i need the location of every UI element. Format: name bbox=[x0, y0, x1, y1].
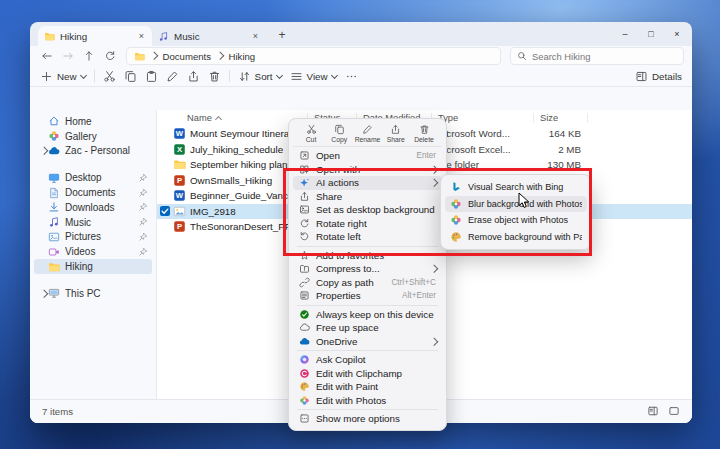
submenu-item-erase-object-with-photos[interactable]: Erase object with Photos bbox=[445, 212, 587, 229]
sidebar-item-label: Pictures bbox=[65, 231, 138, 242]
menu-item-ai-actions[interactable]: AI actions bbox=[293, 176, 442, 190]
view-button[interactable]: View bbox=[290, 70, 337, 83]
column-header-name[interactable]: Name bbox=[185, 110, 221, 126]
sidebar-item-videos[interactable]: Videos bbox=[34, 244, 152, 259]
quick-action-label: Cut bbox=[306, 136, 317, 143]
sidebar-item-this-pc[interactable]: This PC bbox=[34, 286, 152, 301]
column-header-size[interactable]: Size bbox=[538, 110, 558, 126]
breadcrumb-item-hiking[interactable]: Hiking bbox=[229, 51, 256, 62]
menu-item-label: Ask Copilot bbox=[316, 354, 436, 365]
sidebar-item-zac-personal[interactable]: Zac - Personal bbox=[34, 144, 152, 159]
details-label: Details bbox=[652, 71, 682, 82]
menu-item-edit-with-paint[interactable]: Edit with Paint bbox=[293, 380, 442, 394]
up-button[interactable] bbox=[80, 48, 98, 64]
sidebar-item-hiking[interactable]: Hiking bbox=[34, 259, 152, 274]
menu-item-share[interactable]: Share bbox=[293, 190, 442, 204]
chevron-right-icon[interactable] bbox=[40, 147, 48, 155]
sidebar-item-home[interactable]: Home bbox=[34, 114, 152, 129]
search-input[interactable]: Search Hiking bbox=[510, 47, 684, 65]
menu-item-onedrive[interactable]: OneDrive bbox=[293, 335, 442, 349]
quick-cut-button[interactable]: Cut bbox=[298, 124, 324, 143]
menu-item-free-up-space[interactable]: Free up space bbox=[293, 321, 442, 335]
videos-icon bbox=[48, 246, 60, 258]
view-toggle-details-button[interactable] bbox=[647, 405, 659, 419]
tab-music[interactable]: Music× bbox=[152, 26, 266, 46]
sidebar-item-gallery[interactable]: Gallery bbox=[34, 129, 152, 144]
more-options-button[interactable] bbox=[345, 70, 358, 83]
quick-rename-button[interactable]: Rename bbox=[355, 124, 381, 143]
breadcrumb[interactable]: DocumentsHiking bbox=[126, 47, 501, 65]
menu-item-compress-to[interactable]: Compress to... bbox=[293, 262, 442, 276]
submenu-item-visual-search-with-bing[interactable]: Visual Search with Bing bbox=[445, 179, 587, 196]
sidebar-item-desktop[interactable]: Desktop bbox=[34, 170, 152, 185]
menu-item-edit-with-photos[interactable]: Edit with Photos bbox=[293, 394, 442, 408]
minimize-button[interactable]: – bbox=[612, 29, 638, 39]
share-button[interactable] bbox=[187, 70, 200, 83]
checkbox-checked-icon[interactable] bbox=[160, 206, 170, 216]
details-pane-button[interactable]: Details bbox=[635, 70, 682, 83]
menu-item-show-more-options[interactable]: Show more options bbox=[293, 412, 442, 426]
home-icon bbox=[48, 115, 60, 127]
menu-item-edit-with-clipchamp[interactable]: Edit with Clipchamp bbox=[293, 367, 442, 381]
quick-action-label: Delete bbox=[414, 136, 434, 143]
back-button[interactable] bbox=[38, 48, 56, 64]
sidebar-item-music[interactable]: Music bbox=[34, 215, 152, 230]
cut-button[interactable] bbox=[103, 70, 116, 83]
rename-button[interactable] bbox=[166, 70, 179, 83]
details-icon bbox=[647, 405, 659, 417]
menu-item-add-to-favorites[interactable]: Add to favorites bbox=[293, 249, 442, 263]
file-name: September hiking plans bbox=[190, 157, 292, 173]
quick-share-button[interactable]: Share bbox=[383, 124, 409, 143]
menu-item-rotate-left[interactable]: Rotate left bbox=[293, 230, 442, 244]
sidebar-item-label: Hiking bbox=[65, 261, 148, 272]
copypath-icon bbox=[299, 277, 310, 288]
maximize-button[interactable]: □ bbox=[638, 29, 664, 39]
breadcrumb-separator-icon bbox=[216, 52, 224, 60]
menu-item-open[interactable]: OpenEnter bbox=[293, 149, 442, 163]
chevron-right-icon[interactable] bbox=[40, 289, 48, 297]
sort-button[interactable]: Sort bbox=[238, 70, 282, 83]
menu-item-ask-copilot[interactable]: Ask Copilot bbox=[293, 353, 442, 367]
menu-item-copy-as-path[interactable]: Copy as pathCtrl+Shift+C bbox=[293, 276, 442, 290]
refresh-button[interactable] bbox=[101, 48, 119, 64]
pin-icon bbox=[138, 188, 148, 198]
copy-button[interactable] bbox=[124, 70, 137, 83]
paste-button[interactable] bbox=[145, 70, 158, 83]
tab-close-icon[interactable]: × bbox=[251, 31, 260, 41]
rename-icon bbox=[166, 70, 179, 83]
column-divider[interactable] bbox=[587, 113, 588, 123]
new-tab-button[interactable]: + bbox=[274, 27, 290, 43]
forward-button[interactable] bbox=[59, 48, 77, 64]
sidebar-item-documents[interactable]: Documents bbox=[34, 185, 152, 200]
menu-item-open-with[interactable]: Open with bbox=[293, 163, 442, 177]
new-button[interactable]: New bbox=[40, 70, 86, 83]
quick-action-label: Copy bbox=[331, 136, 347, 143]
close-button[interactable]: × bbox=[664, 29, 690, 39]
menu-item-rotate-right[interactable]: Rotate right bbox=[293, 217, 442, 231]
view-toggle-thumbs-button[interactable] bbox=[668, 405, 680, 419]
submenu-arrow-icon bbox=[429, 265, 437, 273]
delete-button[interactable] bbox=[208, 70, 221, 83]
pictures-icon bbox=[48, 231, 60, 243]
submenu-item-blur-background-with-photos[interactable]: Blur background with Photos bbox=[445, 196, 587, 213]
plus-icon bbox=[40, 70, 53, 83]
menu-item-always-keep-on-this-device[interactable]: Always keep on this device bbox=[293, 308, 442, 322]
svg-text:W: W bbox=[176, 129, 184, 138]
sidebar-item-downloads[interactable]: Downloads bbox=[34, 200, 152, 215]
menu-item-set-as-desktop-background[interactable]: Set as desktop background bbox=[293, 203, 442, 217]
tab-hiking[interactable]: Hiking× bbox=[38, 26, 152, 46]
excel-icon: X bbox=[173, 143, 186, 156]
quick-delete-button[interactable]: Delete bbox=[411, 124, 437, 143]
breadcrumb-item-documents[interactable]: Documents bbox=[163, 51, 212, 62]
tab-close-icon[interactable]: × bbox=[137, 31, 146, 41]
menu-item-properties[interactable]: PropertiesAlt+Enter bbox=[293, 289, 442, 303]
title-bar[interactable]: Hiking×Music× + –□× bbox=[30, 22, 692, 46]
favorite-icon bbox=[299, 250, 310, 261]
menu-separator bbox=[297, 246, 438, 247]
rotl-icon bbox=[299, 231, 310, 242]
column-divider[interactable] bbox=[533, 113, 534, 123]
sidebar-item-pictures[interactable]: Pictures bbox=[34, 230, 152, 245]
submenu-item-remove-background-with-paint[interactable]: Remove background with Paint bbox=[445, 229, 587, 246]
file-name: OwnSmalls_Hiking bbox=[190, 173, 272, 189]
quick-copy-button[interactable]: Copy bbox=[326, 124, 352, 143]
